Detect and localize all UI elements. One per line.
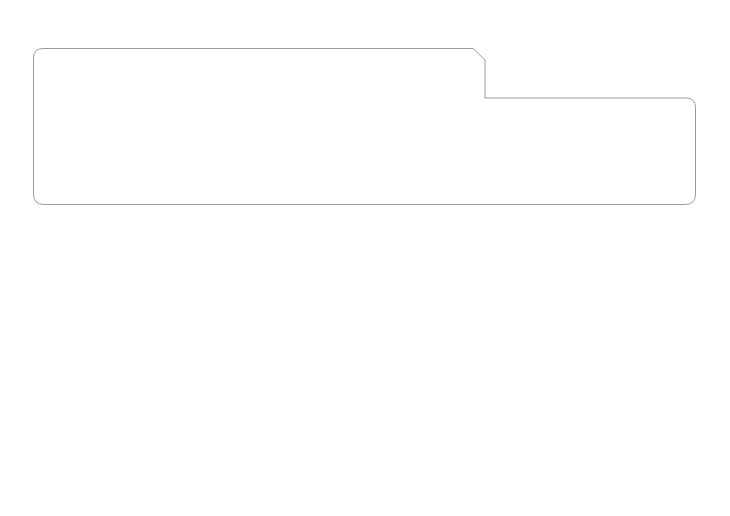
outline-shape [33, 48, 696, 205]
outline-path [34, 49, 696, 205]
